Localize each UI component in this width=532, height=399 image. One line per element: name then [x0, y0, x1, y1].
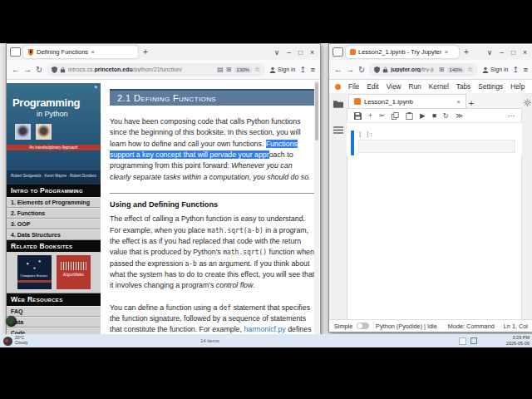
- add-cell-icon[interactable]: +: [368, 111, 372, 120]
- paste-cell-icon[interactable]: [406, 112, 413, 120]
- menu-help[interactable]: Help: [510, 82, 525, 91]
- tab-strip: Lesson2_1.ipynb - Try Jupyter × + ∨ – □ …: [329, 44, 532, 60]
- browser-tab-defining-functions[interactable]: Defining Functions ×: [23, 46, 138, 58]
- firefox-view-icon[interactable]: [10, 47, 21, 57]
- list-tabs-icon[interactable]: ∨: [274, 48, 279, 57]
- shield-icon[interactable]: [374, 66, 380, 73]
- sidebar-item-oop[interactable]: 3. OOP: [7, 219, 101, 229]
- cs-cover-red-band: [17, 280, 52, 283]
- maximize-button[interactable]: □: [298, 48, 303, 57]
- share-icon[interactable]: ↥: [299, 65, 306, 74]
- reload-button[interactable]: ↻: [358, 65, 365, 74]
- url-bar[interactable]: introcs.cs.princeton.edu/python/21functi…: [47, 63, 265, 76]
- account-sign-in[interactable]: Sign in: [482, 66, 508, 73]
- new-tab-button[interactable]: +: [461, 47, 471, 57]
- cell-collapser[interactable]: [351, 131, 354, 155]
- save-notebook-icon[interactable]: [354, 112, 362, 120]
- zoom-level-badge[interactable]: 130%: [234, 66, 252, 73]
- table-of-contents-icon[interactable]: [333, 126, 343, 134]
- share-icon[interactable]: ↥: [512, 65, 519, 74]
- toolbar-more-icon[interactable]: ⋯: [508, 111, 515, 120]
- page-scrollbar[interactable]: [314, 81, 319, 334]
- zoom-level-badge[interactable]: 140%: [447, 66, 465, 73]
- weather-widget[interactable]: 20°C Cloudy: [0, 336, 28, 346]
- browser-tab-jupyter[interactable]: Lesson2_1.ipynb - Try Jupyter ×: [346, 46, 459, 58]
- run-all-icon[interactable]: ≫: [456, 111, 463, 120]
- bookmark-star-icon[interactable]: ☆: [254, 66, 260, 73]
- bookmark-star-icon[interactable]: ☆: [467, 66, 473, 73]
- property-inspector-gear-icon[interactable]: [524, 99, 531, 106]
- shield-icon[interactable]: [52, 66, 57, 73]
- lock-icon[interactable]: [382, 66, 388, 73]
- simple-mode-toggle[interactable]: [357, 323, 369, 329]
- run-cell-icon[interactable]: ▶: [420, 111, 426, 120]
- cursor-position[interactable]: Ln 1, Col: [504, 323, 528, 330]
- cover-authors: Robert Sedgewick · Kevin Wayne · Robert …: [7, 170, 101, 185]
- firefox-view-icon[interactable]: [332, 47, 343, 57]
- cover-thumbnail-1: [15, 124, 31, 140]
- notebook-tab-lesson2-1[interactable]: Lesson2_1.ipynb ×: [348, 94, 466, 108]
- lock-icon[interactable]: [60, 66, 66, 73]
- sidebar-item-elements-of-programming[interactable]: 1. Elements of Programming: [7, 197, 101, 208]
- minimize-button[interactable]: –: [500, 48, 504, 57]
- reader-mode-icon[interactable]: ▤: [217, 66, 224, 73]
- tab-close-icon[interactable]: ×: [91, 48, 95, 56]
- reload-button[interactable]: ↻: [36, 65, 42, 74]
- sidebar-section-related-booksites: Related Booksites: [7, 240, 101, 253]
- sidebar-item-data[interactable]: Data: [7, 317, 101, 328]
- menu-settings[interactable]: Settings: [478, 82, 503, 91]
- cover-star-icon: *: [94, 84, 97, 92]
- sidebar-item-data-structures[interactable]: 4. Data Structures: [7, 229, 101, 240]
- text-segment: You can define a function using a: [110, 303, 219, 312]
- close-button[interactable]: ×: [523, 48, 527, 57]
- stop-kernel-icon[interactable]: ■: [432, 111, 436, 120]
- list-tabs-icon[interactable]: ∨: [487, 48, 492, 57]
- forward-button[interactable]: →: [24, 65, 32, 74]
- close-button[interactable]: ×: [310, 48, 314, 57]
- new-launcher-button[interactable]: +: [466, 99, 476, 108]
- inline-link[interactable]: harmonicf.py: [244, 325, 285, 333]
- computer-science-cover[interactable]: Computer Science: [17, 255, 52, 289]
- sidebar-item-faq[interactable]: FAQ: [7, 306, 101, 317]
- menu-kernel[interactable]: Kernel: [429, 82, 449, 91]
- back-button[interactable]: ←: [12, 65, 20, 74]
- restart-kernel-icon[interactable]: ↻: [443, 111, 449, 120]
- menu-tabs[interactable]: Tabs: [456, 82, 471, 91]
- tab-close-icon[interactable]: ×: [444, 48, 448, 56]
- code-cell[interactable]: [ ]:: [351, 131, 518, 155]
- forward-button[interactable]: →: [347, 65, 355, 74]
- sidebar-item-functions[interactable]: 2. Functions: [7, 208, 101, 219]
- minimize-button[interactable]: –: [287, 48, 291, 57]
- url-bar[interactable]: jupyter.org/try-jupyter/lab/ ⊞ 140% ☆: [369, 63, 478, 76]
- back-button[interactable]: ←: [334, 65, 342, 74]
- menu-edit[interactable]: Edit: [367, 82, 378, 91]
- url-text[interactable]: introcs.cs.princeton.edu/python/21functi…: [68, 66, 182, 72]
- kernel-status[interactable]: Python (Pyodide) | Idle: [376, 323, 437, 330]
- algorithms-cover[interactable]: Algorithms: [57, 255, 91, 289]
- account-sign-in[interactable]: Sign in: [269, 66, 295, 73]
- tray-app-icon[interactable]: [459, 337, 466, 345]
- notebook-tab-close-icon[interactable]: ×: [456, 98, 461, 106]
- save-page-icon[interactable]: ⊞: [226, 66, 232, 73]
- hamburger-menu-icon[interactable]: ≡: [523, 65, 528, 74]
- maximize-button[interactable]: □: [511, 48, 515, 57]
- jupyter-favicon: [350, 49, 356, 55]
- jupyter-logo-icon: [335, 84, 341, 90]
- hamburger-menu-icon[interactable]: ≡: [310, 65, 315, 74]
- cut-cell-icon[interactable]: ✂: [379, 111, 385, 120]
- menu-file[interactable]: File: [348, 82, 359, 91]
- book-cover-programming-in-python[interactable]: * Programming in Python An Interdiscipli…: [7, 83, 101, 185]
- menu-run[interactable]: Run: [409, 82, 421, 91]
- account-icon: [482, 66, 489, 73]
- tray-app-icon-2[interactable]: [470, 337, 477, 344]
- cell-code-editor[interactable]: [358, 140, 515, 153]
- copy-cell-icon[interactable]: [392, 112, 399, 120]
- new-tab-button[interactable]: +: [140, 47, 150, 57]
- url-text[interactable]: jupyter.org/try-jupyter/lab/: [391, 66, 434, 72]
- article-main: 2.1 Defining Functions You have been com…: [110, 80, 315, 336]
- taskbar-clock[interactable]: 3:29 PM 2026-05-06: [506, 335, 530, 346]
- file-browser-icon[interactable]: [333, 100, 343, 108]
- save-page-icon[interactable]: ⊞: [439, 66, 445, 73]
- menu-view[interactable]: View: [387, 82, 401, 91]
- scrollbar-thumb[interactable]: [315, 82, 318, 140]
